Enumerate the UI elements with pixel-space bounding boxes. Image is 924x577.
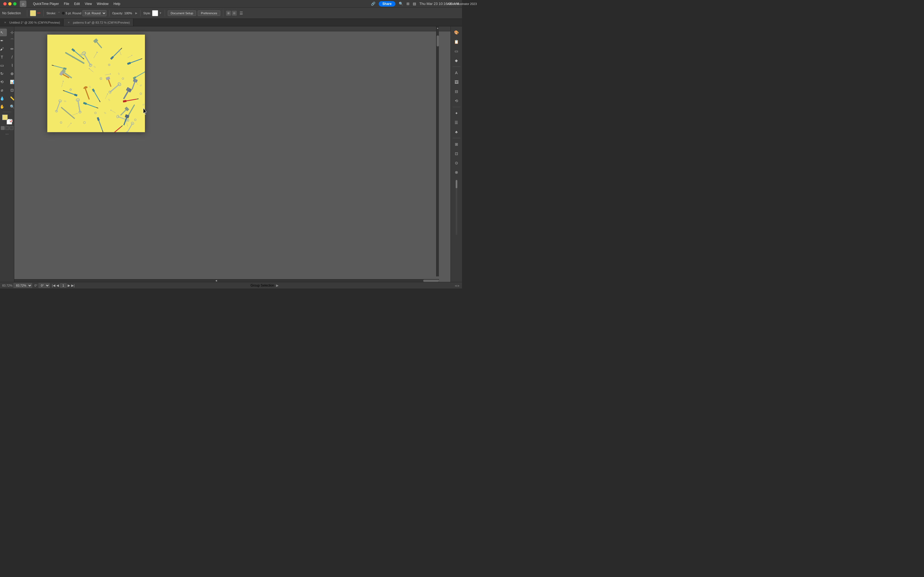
zoom-section[interactable]: 83.72% 83.72% [2, 283, 32, 288]
panel-scrollbar[interactable] [456, 180, 457, 235]
panel-icon-symbols[interactable]: ♣ [452, 128, 460, 136]
panel-icon-image[interactable]: 🖼 [452, 78, 460, 86]
type-tool[interactable]: T [0, 53, 7, 61]
canvas-area[interactable]: ▲ ◀ [14, 26, 451, 282]
draw-normal[interactable] [1, 126, 5, 130]
panel-icon-appearance[interactable]: ✦ [452, 110, 460, 117]
pen-tool[interactable]: ✒ [0, 37, 7, 45]
angle-section[interactable]: 0° 0° [34, 283, 50, 288]
document-setup-button[interactable]: Document Setup [168, 10, 196, 16]
warp-tool[interactable]: ⌀ [0, 86, 7, 94]
direct-select-tool[interactable]: ⊹ [7, 29, 14, 36]
select-similar-tool[interactable]: ⊛ [7, 70, 14, 77]
nav-arrows[interactable]: |◀ ◀ 1 ▶ ▶| [52, 283, 74, 288]
status-chevron[interactable]: ▶ [276, 284, 279, 287]
scroll-up-arrow[interactable]: ▲ [436, 26, 439, 30]
menu-quicktime[interactable]: QuickTime Player [31, 2, 61, 6]
stroke-label: Stroke: [47, 11, 56, 15]
panel-icon-palette[interactable]: 🎨 [452, 29, 460, 36]
bar-chart-tool[interactable]: 📊 [7, 78, 14, 86]
fill-icon[interactable]: ✏ [37, 10, 41, 16]
home-icon[interactable]: ⌂ [20, 0, 26, 7]
paintbrush-tool[interactable]: 🖌 [0, 45, 7, 53]
panel-icon-type[interactable]: A [452, 69, 460, 77]
opacity-chevron[interactable]: ▶ [135, 11, 137, 15]
menu-view[interactable]: View [82, 2, 94, 6]
curvature-tool[interactable]: ⌒ [7, 37, 14, 45]
stroke-arrows[interactable]: ⌃ [58, 11, 60, 15]
menu-window[interactable]: Window [95, 2, 111, 6]
nav-first[interactable]: |◀ [52, 284, 55, 287]
align-icons[interactable]: ⊞ ⊟ [226, 11, 237, 16]
foreground-color[interactable] [2, 114, 8, 120]
scrollbar-horizontal[interactable]: ◀ [14, 279, 439, 282]
tab-close-untitled[interactable]: ✕ [3, 21, 7, 24]
scrollbar-vertical[interactable]: ▲ [436, 26, 439, 276]
menu-file[interactable]: File [61, 2, 71, 6]
page-number[interactable]: 1 [60, 283, 66, 288]
style-box[interactable] [152, 10, 158, 16]
pencil-tool[interactable]: ✏ [7, 45, 14, 53]
rotate-tool[interactable]: ↻ [0, 70, 7, 77]
align-horizontal-icon[interactable]: ⊞ [226, 11, 231, 16]
stroke-dropdown[interactable]: 5 pt. Round [82, 10, 107, 16]
nav-next[interactable]: ▶ [68, 284, 70, 287]
grid-icon[interactable]: ⊞ [407, 2, 409, 6]
panel-icon-shape[interactable]: ◆ [452, 56, 460, 64]
scale-tool[interactable]: ⟲ [0, 78, 7, 86]
panel-icon-color-guide[interactable]: ⊙ [452, 159, 460, 167]
stroke-indicator: 5 pt. Round [62, 11, 81, 15]
stroke-value-section[interactable]: 5 pt. Round 5 pt. Round [62, 10, 107, 16]
free-transform-tool[interactable]: ⊡ [7, 86, 14, 94]
color-swatches[interactable] [2, 114, 13, 124]
close-button[interactable] [3, 2, 6, 5]
angle-dropdown[interactable]: 0° [39, 283, 50, 288]
preferences-button[interactable]: Preferences [198, 10, 220, 16]
knife-tool[interactable]: ⌇ [7, 61, 14, 69]
measure-tool[interactable]: 📏 [7, 95, 14, 102]
none-color[interactable] [10, 119, 13, 122]
style-chevron[interactable]: ▼ [159, 11, 162, 15]
panel-icon[interactable]: ▤ [413, 2, 416, 6]
scroll-left-arrow[interactable]: ◀ [14, 279, 418, 282]
more-tools[interactable]: ··· [5, 132, 9, 136]
scrollbar-thumb-v[interactable] [437, 35, 439, 47]
panel-icon-brushes[interactable]: ⊞ [452, 140, 460, 148]
zoom-dropdown[interactable]: 83.72% [13, 283, 32, 288]
nav-last[interactable]: ▶| [71, 284, 74, 287]
tab-untitled[interactable]: ✕ Untitled-1* @ 200 % (CMYK/Preview) [0, 19, 63, 26]
panel-icon-swatches[interactable]: ⊡ [452, 150, 460, 158]
menu-edit[interactable]: Edit [72, 2, 82, 6]
maximize-button[interactable] [13, 2, 16, 5]
minimize-button[interactable] [8, 2, 11, 5]
panel-icon-layers[interactable]: 📋 [452, 38, 460, 46]
scrollbar-thumb-h[interactable] [423, 280, 439, 282]
traffic-lights[interactable] [3, 2, 16, 5]
panel-icon-graphic-styles[interactable]: ☰ [452, 119, 460, 126]
eyedropper-tool[interactable]: 💧 [0, 95, 7, 102]
hand-tool[interactable]: 🔍 [7, 103, 14, 110]
search-icon[interactable]: 🔍 [399, 2, 403, 6]
fill-section[interactable]: ✏ [30, 10, 41, 16]
fill-color-box[interactable] [30, 10, 36, 16]
tab-patterns[interactable]: ✕ patterns 9.ai* @ 83.72 % (CMYK/Preview… [63, 19, 133, 26]
draw-inside[interactable] [10, 126, 13, 130]
panel-scrollbar-thumb[interactable] [456, 180, 457, 188]
align-vertical-icon[interactable]: ⊟ [232, 11, 237, 16]
more-options-icon[interactable]: ☰ [239, 11, 243, 15]
panel-icon-transform[interactable]: ⟲ [452, 97, 460, 105]
menu-help[interactable]: Help [111, 2, 123, 6]
panel-icon-align[interactable]: ⊟ [452, 88, 460, 95]
panel-icon-doc-info[interactable]: ⊗ [452, 168, 460, 176]
rectangle-tool[interactable]: ▭ [0, 61, 7, 69]
zoom-tools: ✋ 🔍 [0, 103, 14, 110]
nav-prev[interactable]: ◀ [57, 284, 59, 287]
zoom-in-tool[interactable]: ✋ [0, 103, 7, 110]
panel-icon-artboard[interactable]: ▭ [452, 47, 460, 55]
share-button[interactable]: Share [379, 1, 396, 6]
select-tool[interactable]: ↖ [0, 29, 7, 36]
opacity-value[interactable]: 100% [124, 11, 134, 15]
tab-close-patterns[interactable]: ✕ [67, 21, 71, 24]
line-tool[interactable]: / [7, 53, 14, 61]
draw-behind[interactable] [5, 126, 9, 130]
